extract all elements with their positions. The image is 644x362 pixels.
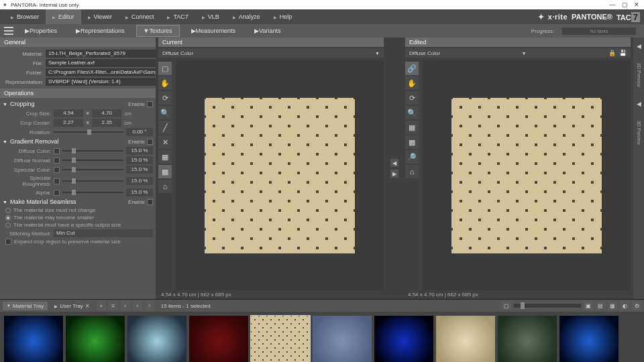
tab-representations[interactable]: ▶Representations	[68, 25, 132, 37]
menu-viewer[interactable]: ▶Viewer	[81, 9, 119, 24]
prev-button[interactable]: ‹	[121, 301, 130, 310]
seamless-header[interactable]: ▼Make Material SeamlessEnable	[3, 197, 153, 206]
lock-icon[interactable]: 🔒	[608, 49, 616, 57]
rotation-input[interactable]: 0.00 °	[126, 128, 153, 136]
alpha-slider[interactable]	[62, 190, 123, 195]
alpha-checkbox[interactable]	[54, 190, 60, 196]
diffuse-color-slider[interactable]	[62, 148, 123, 154]
view-mode-4-icon[interactable]: ◐	[620, 301, 629, 310]
expand-icon[interactable]: ◀	[637, 101, 641, 107]
checker-tool-icon[interactable]: ▩	[158, 165, 172, 178]
zoom-in-icon[interactable]: 🔎	[405, 150, 419, 164]
crop-center-y-input[interactable]: 2.35	[92, 119, 121, 127]
specular-roughness-checkbox[interactable]	[54, 178, 60, 184]
view-mode-3-icon[interactable]: ▦	[608, 301, 617, 310]
list-view-button[interactable]: ≡	[109, 301, 118, 310]
menu-vlb[interactable]: ▶VLB	[195, 9, 226, 24]
zoom-tool-icon[interactable]: 🔍	[158, 106, 172, 119]
up-button[interactable]: ↑	[145, 301, 154, 310]
specular-roughness-slider[interactable]	[62, 178, 123, 184]
tray-zoom-slider[interactable]	[514, 304, 581, 308]
right-tab-3d[interactable]: 3D Preview	[637, 121, 641, 145]
material-thumbnail-selected[interactable]	[251, 316, 310, 362]
crop-center-x-input[interactable]: 2.27	[54, 119, 83, 127]
specular-color-checkbox[interactable]	[54, 167, 60, 173]
crop-height-input[interactable]: 4.70	[92, 109, 121, 117]
gradient-header[interactable]: ▼Gradient RemovalEnable	[3, 137, 153, 146]
tab-measurements[interactable]: ▶Measurements	[184, 25, 244, 37]
seamless-opt3-radio[interactable]	[5, 223, 11, 228]
grid-tool-icon[interactable]: ▦	[405, 121, 419, 134]
material-thumbnail[interactable]	[436, 316, 495, 362]
material-field[interactable]: 15-LTH_Beige_Perforated_8579	[46, 50, 156, 58]
material-thumbnail[interactable]	[66, 316, 125, 362]
right-tab-2d[interactable]: 2D Preview	[637, 63, 641, 87]
hand-tool-icon[interactable]: ✋	[405, 76, 419, 90]
material-thumbnail[interactable]	[374, 316, 433, 362]
home-tool-icon[interactable]: ⌂	[158, 180, 172, 193]
representation-field[interactable]: SVBRDF [Ward] (Version: 1.4)	[46, 78, 156, 86]
next-button[interactable]: ›	[133, 301, 142, 310]
measure-tool-icon[interactable]: ✕	[158, 135, 172, 149]
close-tab-icon[interactable]: ✕	[85, 303, 90, 309]
cropping-header[interactable]: ▼CroppingEnable	[3, 99, 153, 109]
arrow-right-button[interactable]: ▶	[390, 170, 398, 178]
zoom-tool-icon[interactable]: 🔍	[405, 106, 419, 119]
tray-tab-material[interactable]: ▼Material Tray	[3, 302, 48, 310]
minimize-button[interactable]: —	[606, 1, 619, 8]
menu-editor[interactable]: ▶Editor	[46, 9, 81, 24]
rotate-tool-icon[interactable]: ⟳	[405, 91, 419, 105]
seamless-enable-checkbox[interactable]	[147, 199, 153, 205]
stitching-method-select[interactable]: Min Cut	[54, 229, 153, 237]
crop-width-input[interactable]: 4.54	[54, 109, 83, 117]
home-tool-icon[interactable]: ⌂	[405, 165, 419, 178]
expand-icon[interactable]: ◀	[637, 43, 641, 50]
arrow-left-button[interactable]: ◀	[390, 159, 398, 167]
menu-browser[interactable]: ▶Browser	[4, 9, 46, 24]
checker-tool-icon[interactable]: ▩	[405, 135, 419, 149]
material-thumbnail[interactable]	[4, 316, 63, 362]
diffuse-color-checkbox[interactable]	[54, 148, 60, 154]
view-mode-1-icon[interactable]: ▣	[584, 301, 593, 310]
settings-icon[interactable]: ⚙	[632, 301, 641, 310]
menu-analyze[interactable]: ▶Analyze	[226, 9, 267, 24]
diffuse-normal-slider[interactable]	[62, 158, 123, 163]
material-thumbnail[interactable]	[313, 316, 372, 362]
rotation-slider[interactable]	[54, 129, 123, 135]
seamless-opt2-radio[interactable]	[5, 215, 11, 221]
hamburger-icon[interactable]	[4, 27, 13, 35]
tab-textures[interactable]: ▼Textures	[136, 25, 180, 37]
tray-tab-user[interactable]: ▶User Tray✕	[50, 302, 94, 310]
thumbnail-size-button[interactable]: ▢	[502, 301, 511, 310]
line-tool-icon[interactable]: ╱	[158, 121, 172, 134]
material-thumbnail[interactable]	[189, 316, 248, 362]
menu-connect[interactable]: ▶Connect	[119, 9, 161, 24]
menu-tac7[interactable]: ▶TAC7	[160, 9, 195, 24]
edited-channel-select[interactable]: Diffuse Color▼🔒💾	[405, 48, 631, 58]
specular-color-slider[interactable]	[62, 167, 123, 172]
material-thumbnail[interactable]	[127, 316, 186, 362]
seamless-opt1-radio[interactable]	[5, 208, 11, 213]
rotate-tool-icon[interactable]: ⟳	[158, 91, 172, 105]
link-tool-icon[interactable]: 🔗	[405, 62, 419, 75]
diffuse-normal-checkbox[interactable]	[54, 158, 60, 164]
expand-crop-checkbox[interactable]	[5, 239, 11, 245]
material-thumbnail[interactable]	[559, 316, 619, 362]
menu-help[interactable]: ▶Help	[267, 9, 299, 24]
maximize-button[interactable]: ▢	[619, 1, 631, 8]
material-thumbnail[interactable]	[498, 316, 557, 362]
close-button[interactable]: ✕	[631, 1, 643, 8]
gradient-enable-checkbox[interactable]	[147, 139, 153, 145]
current-channel-select[interactable]: Diffuse Color▼	[158, 48, 384, 58]
cropping-enable-checkbox[interactable]	[147, 101, 153, 107]
tab-variants[interactable]: ▶Variants	[247, 25, 288, 37]
crop-tool-icon[interactable]: ▢	[158, 62, 172, 75]
add-tab-button[interactable]: +	[97, 301, 106, 310]
grid-tool-icon[interactable]: ▦	[158, 150, 172, 164]
view-mode-2-icon[interactable]: ▤	[596, 301, 605, 310]
current-canvas[interactable]	[205, 98, 355, 253]
tab-properties[interactable]: ▶Properties	[17, 25, 64, 37]
save-icon[interactable]: 💾	[619, 49, 627, 57]
hand-tool-icon[interactable]: ✋	[158, 76, 172, 90]
edited-canvas[interactable]	[451, 98, 602, 253]
